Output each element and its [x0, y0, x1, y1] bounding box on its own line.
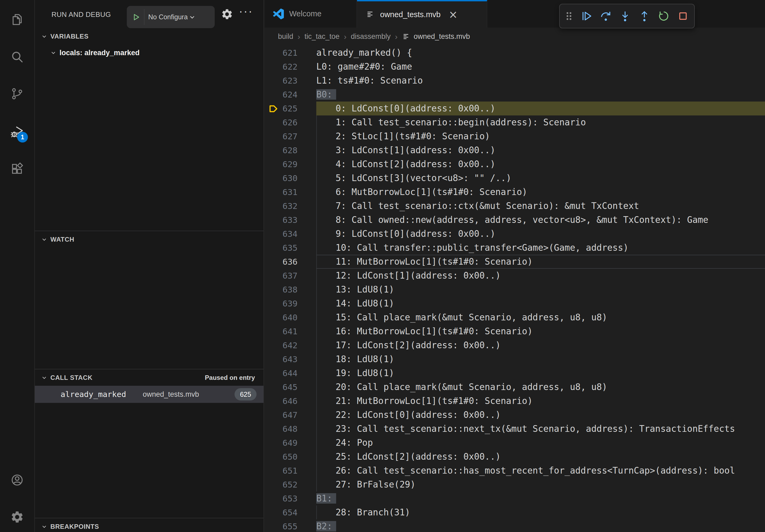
line-number[interactable]: 628 — [265, 143, 298, 157]
line-content[interactable]: B0: — [316, 88, 765, 102]
section-header-watch[interactable]: WATCH — [35, 232, 264, 247]
debug-configuration-dropdown[interactable]: No Configura — [127, 6, 215, 28]
line-content[interactable]: 9: LdConst[0](address: 0x00..) — [316, 227, 765, 241]
debug-step-out-button[interactable] — [637, 8, 652, 24]
section-header-variables[interactable]: VARIABLES — [35, 29, 264, 44]
line-content[interactable]: L1: ts#1#0: Scenario — [316, 74, 765, 88]
line-number[interactable]: 631 — [265, 185, 298, 199]
line-content[interactable]: 17: LdConst[2](address: 0x00..) — [316, 338, 765, 352]
tab-owned-tests-mvb[interactable]: owned_tests.mvb × — [357, 0, 487, 28]
breadcrumb-item[interactable]: tic_tac_toe — [305, 32, 340, 41]
line-content[interactable]: 14: LdU8(1) — [316, 297, 765, 311]
line-content[interactable]: L0: game#2#0: Game — [316, 60, 765, 74]
line-content[interactable]: 22: LdConst[0](address: 0x00..) — [316, 408, 765, 422]
more-actions-button[interactable]: ··· — [239, 6, 253, 18]
section-header-breakpoints[interactable]: BREAKPOINTS — [35, 519, 264, 532]
line-number[interactable]: 636 — [265, 255, 298, 269]
line-content[interactable]: 18: LdU8(1) — [316, 352, 765, 366]
variables-scope-locals[interactable]: locals: already_marked — [35, 46, 264, 60]
toolbar-drag-handle-icon[interactable] — [563, 10, 575, 22]
line-number[interactable]: 633 — [265, 213, 298, 227]
line-content[interactable]: 27: BrFalse(29) — [316, 478, 765, 492]
line-content[interactable]: 4: LdConst[2](address: 0x00..) — [316, 157, 765, 171]
line-content[interactable]: 13: LdU8(1) — [316, 283, 765, 297]
line-number[interactable]: 622 — [265, 60, 298, 74]
line-content[interactable]: B1: — [316, 492, 765, 505]
activity-item-extensions[interactable] — [0, 153, 34, 184]
line-number[interactable]: 653 — [265, 492, 298, 505]
line-content[interactable]: 3: LdConst[1](address: 0x00..) — [316, 143, 765, 157]
line-content[interactable]: 1: Call test_scenario::begin(address): S… — [316, 116, 765, 130]
line-content[interactable]: 7: Call test_scenario::ctx(&mut Scenario… — [316, 199, 765, 213]
line-number[interactable]: 638 — [265, 283, 298, 297]
line-number[interactable]: 647 — [265, 408, 298, 422]
line-content[interactable]: already_marked() { — [316, 46, 765, 60]
line-content[interactable]: 15: Call place_mark(&mut Scenario, addre… — [316, 311, 765, 324]
line-content[interactable]: 0: LdConst[0](address: 0x00..) — [316, 102, 765, 116]
line-number[interactable]: 644 — [265, 366, 298, 380]
line-number[interactable]: 648 — [265, 422, 298, 436]
line-number[interactable]: 632 — [265, 199, 298, 213]
line-number[interactable]: 643 — [265, 352, 298, 366]
line-number[interactable]: 627 — [265, 130, 298, 143]
activity-item-account[interactable] — [0, 464, 34, 496]
line-content[interactable]: 20: Call place_mark(&mut Scenario, addre… — [316, 380, 765, 394]
line-content[interactable]: 23: Call test_scenario::next_tx(&mut Sce… — [316, 422, 765, 436]
line-content[interactable]: 6: MutBorrowLoc[1](ts#1#0: Scenario) — [316, 185, 765, 199]
line-content[interactable]: 2: StLoc[1](ts#1#0: Scenario) — [316, 130, 765, 143]
activity-item-source-control[interactable] — [0, 78, 34, 109]
debug-restart-button[interactable] — [656, 8, 672, 24]
breadcrumb-item[interactable]: build — [278, 32, 293, 41]
line-number[interactable]: 624 — [265, 88, 298, 102]
line-number[interactable]: 655 — [265, 519, 298, 532]
line-number[interactable]: 650 — [265, 450, 298, 464]
close-tab-icon[interactable]: × — [449, 9, 458, 20]
line-number[interactable]: 642 — [265, 338, 298, 352]
debug-step-into-button[interactable] — [617, 8, 633, 24]
line-content[interactable]: 28: Branch(31) — [316, 505, 765, 519]
activity-item-run-and-debug[interactable] — [0, 116, 34, 147]
line-number[interactable]: 645 — [265, 380, 298, 394]
section-header-call-stack[interactable]: CALL STACK Paused on entry — [35, 370, 264, 385]
line-content[interactable]: 5: LdConst[3](vector<u8>: "" /..) — [316, 171, 765, 185]
line-content[interactable]: B2: — [316, 519, 765, 532]
activity-item-explorer[interactable] — [0, 4, 34, 35]
line-number[interactable]: 654 — [265, 505, 298, 519]
line-number[interactable]: 637 — [265, 269, 298, 283]
debug-stop-button[interactable] — [675, 8, 691, 24]
tab-welcome[interactable]: Welcome — [265, 0, 357, 28]
line-number[interactable]: 652 — [265, 478, 298, 492]
debug-settings-gear-icon[interactable] — [221, 8, 233, 20]
line-number[interactable]: 649 — [265, 436, 298, 450]
line-number[interactable]: 646 — [265, 394, 298, 408]
line-number[interactable]: 641 — [265, 324, 298, 338]
line-number[interactable]: 623 — [265, 74, 298, 88]
breadcrumb-item[interactable]: disassembly — [351, 32, 391, 41]
call-stack-frame[interactable]: already_marked owned_tests.mvb 625 — [35, 386, 264, 403]
line-number[interactable]: 634 — [265, 227, 298, 241]
line-content[interactable]: 8: Call owned::new(address, address, vec… — [316, 213, 765, 227]
line-number[interactable]: 639 — [265, 297, 298, 311]
line-content[interactable]: 10: Call transfer::public_transfer<Game>… — [316, 241, 765, 255]
line-content[interactable]: 26: Call test_scenario::has_most_recent_… — [316, 464, 765, 478]
line-content[interactable]: 24: Pop — [316, 436, 765, 450]
line-number[interactable]: 630 — [265, 171, 298, 185]
line-number[interactable]: 635 — [265, 241, 298, 255]
debug-continue-button[interactable] — [578, 8, 594, 24]
line-content[interactable]: 21: MutBorrowLoc[1](ts#1#0: Scenario) — [316, 394, 765, 408]
line-number[interactable]: 621 — [265, 46, 298, 60]
activity-item-search[interactable] — [0, 41, 34, 72]
activity-item-settings[interactable] — [0, 501, 34, 532]
line-number[interactable]: 629 — [265, 157, 298, 171]
debug-step-over-button[interactable] — [598, 8, 613, 24]
line-content[interactable]: 11: MutBorrowLoc[1](ts#1#0: Scenario) — [316, 255, 765, 269]
line-content[interactable]: 19: LdU8(1) — [316, 366, 765, 380]
line-number[interactable]: 626 — [265, 116, 298, 130]
line-number[interactable]: 640 — [265, 311, 298, 324]
breadcrumb-file[interactable]: owned_tests.mvb — [413, 32, 470, 41]
line-number[interactable]: 651 — [265, 464, 298, 478]
start-debug-icon[interactable] — [131, 12, 141, 22]
line-content[interactable]: 25: LdConst[2](address: 0x00..) — [316, 450, 765, 464]
line-content[interactable]: 16: MutBorrowLoc[1](ts#1#0: Scenario) — [316, 324, 765, 338]
line-content[interactable]: 12: LdConst[1](address: 0x00..) — [316, 269, 765, 283]
